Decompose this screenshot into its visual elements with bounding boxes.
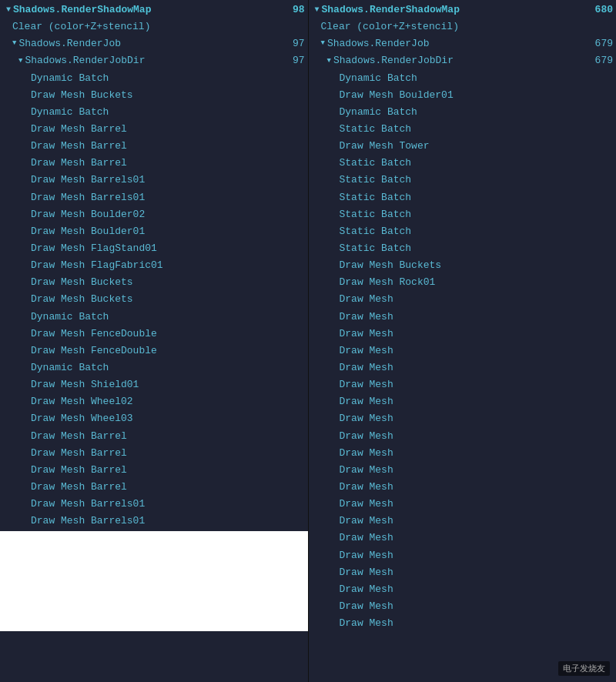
tree-item[interactable]: Draw Mesh Barrels01: [0, 172, 308, 189]
tree-item[interactable]: Draw Mesh FenceDouble: [0, 326, 308, 343]
tree-item[interactable]: Draw Mesh Barrel: [0, 428, 308, 445]
tree-item[interactable]: Draw Mesh FlagStand01: [0, 240, 308, 257]
tree-item[interactable]: Draw Mesh Barrel: [0, 462, 308, 479]
right-tree-items: Clear (color+Z+stencil)▼Shadows.RenderJo…: [309, 18, 617, 632]
tree-item[interactable]: ▼Shadows.RenderJob679: [309, 35, 617, 52]
tree-item[interactable]: Draw Mesh: [309, 479, 617, 496]
tree-item[interactable]: Dynamic Batch: [0, 309, 308, 326]
tree-item[interactable]: Draw Mesh Wheel03: [0, 410, 308, 427]
tree-item[interactable]: Draw Mesh: [309, 513, 617, 530]
tree-item[interactable]: Draw Mesh: [309, 393, 617, 410]
item-label: Draw Mesh Buckets: [31, 292, 133, 307]
tree-item[interactable]: Clear (color+Z+stencil): [0, 18, 308, 35]
tree-item[interactable]: Static Batch: [309, 189, 617, 206]
item-label: Draw Mesh Buckets: [31, 88, 133, 103]
tree-item[interactable]: Draw Mesh: [309, 547, 617, 564]
tree-item[interactable]: Draw Mesh Barrels01: [0, 513, 308, 530]
tree-item[interactable]: Draw Mesh: [309, 564, 617, 581]
tree-item[interactable]: Draw Mesh: [309, 428, 617, 445]
item-label: Static Batch: [340, 190, 412, 206]
tree-item[interactable]: Draw Mesh Barrel: [0, 155, 308, 172]
tree-item[interactable]: Draw Mesh Barrels01: [0, 496, 308, 513]
item-label: Draw Mesh Boulder01: [340, 88, 454, 103]
tree-item[interactable]: Draw Mesh Buckets: [0, 274, 308, 291]
tree-item[interactable]: Draw Mesh Buckets: [309, 257, 617, 274]
left-root-label: Shadows.RenderShadowMap: [13, 2, 151, 18]
tree-item[interactable]: ▼Shadows.RenderJobDir97: [0, 52, 308, 69]
tree-item[interactable]: Draw Mesh Barrel: [0, 445, 308, 462]
tree-item[interactable]: Clear (color+Z+stencil): [309, 18, 617, 35]
chevron-down-icon: ▼: [12, 38, 16, 49]
tree-item[interactable]: Draw Mesh: [309, 581, 617, 598]
item-label: Draw Mesh FenceDouble: [31, 343, 157, 359]
tree-item[interactable]: Draw Mesh Buckets: [0, 291, 308, 308]
tree-item[interactable]: Draw Mesh FlagFabric01: [0, 257, 308, 274]
tree-item[interactable]: Draw Mesh Wheel02: [0, 393, 308, 410]
tree-item[interactable]: Draw Mesh: [309, 343, 617, 359]
tree-item[interactable]: Static Batch: [309, 121, 617, 138]
item-label: Draw Mesh: [340, 582, 393, 597]
item-label: Draw Mesh: [340, 326, 393, 342]
chevron-down-icon: ▼: [321, 38, 325, 49]
tree-item[interactable]: ▼Shadows.RenderJobDir679: [309, 52, 617, 69]
tree-item[interactable]: Draw Mesh FenceDouble: [0, 343, 308, 359]
item-label: Draw Mesh FlagFabric01: [31, 258, 163, 273]
item-label: Draw Mesh: [340, 343, 393, 359]
item-label: Draw Mesh Barrel: [31, 155, 127, 171]
tree-item[interactable]: Dynamic Batch: [0, 359, 308, 376]
item-label: Draw Mesh: [340, 377, 393, 393]
tree-item[interactable]: Draw Mesh Buckets: [0, 87, 308, 104]
tree-item[interactable]: Dynamic Batch: [0, 104, 308, 121]
tree-item[interactable]: Draw Mesh Boulder02: [0, 206, 308, 223]
tree-item[interactable]: Static Batch: [309, 172, 617, 189]
tree-item[interactable]: ▼Shadows.RenderJob97: [0, 35, 308, 52]
tree-item[interactable]: Draw Mesh: [309, 309, 617, 326]
item-label: Static Batch: [340, 207, 412, 222]
tree-item[interactable]: Draw Mesh: [309, 615, 617, 632]
tree-item[interactable]: Draw Mesh: [309, 496, 617, 513]
right-panel: ▼ Shadows.RenderShadowMap 680 Clear (col…: [309, 0, 617, 682]
item-label: Draw Mesh: [340, 548, 393, 563]
tree-item[interactable]: Draw Mesh: [309, 598, 617, 615]
tree-item[interactable]: Static Batch: [309, 223, 617, 240]
tree-item[interactable]: Dynamic Batch: [309, 70, 617, 87]
tree-item[interactable]: Draw Mesh Barrel: [0, 121, 308, 138]
item-label: Draw Mesh Wheel03: [31, 411, 133, 426]
tree-item[interactable]: Draw Mesh Boulder01: [0, 223, 308, 240]
item-label: Static Batch: [340, 241, 412, 256]
item-label: Draw Mesh Barrels01: [31, 496, 145, 512]
tree-item[interactable]: Draw Mesh: [309, 445, 617, 462]
tree-item[interactable]: Draw Mesh: [309, 326, 617, 343]
tree-item[interactable]: Draw Mesh Rock01: [309, 274, 617, 291]
tree-item[interactable]: Draw Mesh: [309, 376, 617, 393]
tree-item[interactable]: Dynamic Batch: [0, 70, 308, 87]
item-label: Shadows.RenderJobDir: [333, 53, 454, 69]
right-root-item[interactable]: ▼ Shadows.RenderShadowMap 680: [309, 2, 617, 18]
tree-item[interactable]: Draw Mesh: [309, 359, 617, 376]
item-count: 679: [595, 53, 613, 69]
item-label: Draw Mesh Wheel02: [31, 394, 133, 410]
tree-item[interactable]: Draw Mesh: [309, 462, 617, 479]
chevron-down-icon: ▼: [18, 56, 22, 67]
item-label: Draw Mesh Barrel: [31, 139, 127, 154]
tree-item[interactable]: Draw Mesh: [309, 530, 617, 547]
tree-item[interactable]: Draw Mesh Tower: [309, 138, 617, 155]
tree-item[interactable]: Static Batch: [309, 206, 617, 223]
tree-item[interactable]: Draw Mesh Boulder01: [309, 87, 617, 104]
left-root-item[interactable]: ▼ Shadows.RenderShadowMap 98: [0, 2, 308, 18]
item-label: Static Batch: [340, 224, 412, 239]
item-label: Dynamic Batch: [340, 71, 417, 86]
tree-item[interactable]: Draw Mesh Barrel: [0, 138, 308, 155]
tree-item[interactable]: Draw Mesh Barrels01: [0, 189, 308, 206]
tree-item[interactable]: Static Batch: [309, 240, 617, 257]
tree-item[interactable]: Draw Mesh: [309, 291, 617, 308]
item-label: Clear (color+Z+stencil): [321, 19, 459, 35]
tree-item[interactable]: Dynamic Batch: [309, 104, 617, 121]
tree-item[interactable]: Static Batch: [309, 155, 617, 172]
tree-item[interactable]: Draw Mesh Barrel: [0, 479, 308, 496]
item-label: Draw Mesh: [340, 463, 393, 478]
left-tree-items: Clear (color+Z+stencil)▼Shadows.RenderJo…: [0, 18, 308, 530]
tree-item[interactable]: Draw Mesh: [309, 410, 617, 427]
item-label: Shadows.RenderJobDir: [25, 53, 145, 69]
tree-item[interactable]: Draw Mesh Shield01: [0, 376, 308, 393]
